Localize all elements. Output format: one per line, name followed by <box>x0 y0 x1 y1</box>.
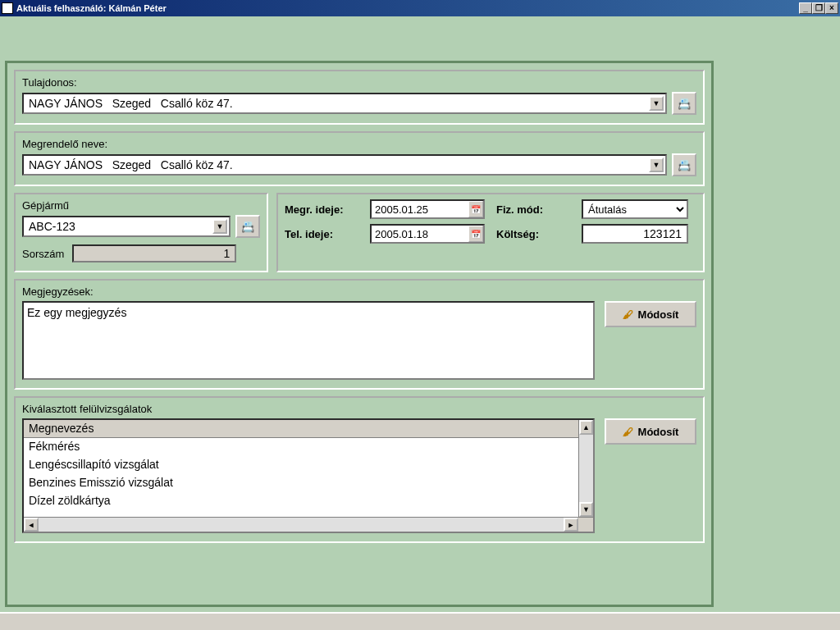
customer-panel: Megrendelő neve: ▼ 📇 <box>14 131 705 186</box>
hscrollbar[interactable]: ◄ ► <box>24 517 593 532</box>
scroll-corner <box>578 518 593 532</box>
delivery-date-input[interactable] <box>370 224 485 244</box>
notes-panel: Megjegyzések: Ez egy megjegyzés 🖌 Módosí… <box>14 279 705 390</box>
notes-textarea[interactable]: Ez egy megjegyzés <box>22 301 595 380</box>
vehicle-input[interactable] <box>24 217 229 235</box>
list-item[interactable]: Dízel zöldkártya <box>24 492 593 510</box>
lookup-icon: 📇 <box>241 221 254 233</box>
notes-modify-button[interactable]: 🖌 Módosít <box>605 301 696 327</box>
lookup-icon: 📇 <box>678 98 691 110</box>
scroll-down-icon[interactable]: ▼ <box>579 502 593 517</box>
list-item[interactable]: Lengéscsillapító vizsgálat <box>24 456 593 474</box>
vehicle-panel: Gépjármű ▼ 📇 Sorszám <box>14 193 268 272</box>
customer-lookup-button[interactable]: 📇 <box>672 153 696 176</box>
owner-label: Tulajdonos: <box>22 76 696 89</box>
payment-mode-label: Fiz. mód: <box>496 203 570 216</box>
close-button[interactable]: × <box>825 2 838 14</box>
payment-mode-select[interactable]: Átutalás <box>582 199 688 219</box>
notes-modify-label: Módosít <box>638 308 679 321</box>
inspections-list[interactable]: Megnevezés FékmérésLengéscsillapító vizs… <box>22 418 595 533</box>
window-titlebar: Aktuális felhasználó: Kálmán Péter _ ❐ × <box>0 0 840 16</box>
title-prefix: Aktuális felhasználó: Kálmán Péter <box>16 3 167 13</box>
restore-button[interactable]: ❐ <box>812 2 825 14</box>
order-date-label: Megr. ideje: <box>285 203 358 216</box>
order-date-picker-icon[interactable]: 📅 <box>468 201 483 217</box>
hscroll-track[interactable] <box>39 518 564 532</box>
customer-label: Megrendelő neve: <box>22 138 696 150</box>
vehicle-combo[interactable]: ▼ <box>22 216 231 237</box>
dates-panel: Megr. ideje: 📅 Fiz. mód: Átutalás Tel. i… <box>276 193 705 272</box>
owner-input[interactable] <box>24 94 665 112</box>
scroll-left-icon[interactable]: ◄ <box>24 518 39 532</box>
customer-input[interactable] <box>24 156 665 174</box>
vehicle-dropdown-icon[interactable]: ▼ <box>212 219 227 234</box>
customer-combo[interactable]: ▼ <box>22 154 667 176</box>
delivery-date-label: Tel. ideje: <box>285 228 358 240</box>
seq-value <box>72 244 236 262</box>
owner-panel: Tulajdonos: ▼ 📇 <box>14 70 705 125</box>
owner-lookup-button[interactable]: 📇 <box>672 92 696 115</box>
list-item[interactable]: Fékmérés <box>24 438 593 456</box>
seq-label: Sorszám <box>22 248 64 260</box>
delivery-date-picker-icon[interactable]: 📅 <box>468 226 483 242</box>
scroll-up-icon[interactable]: ▲ <box>579 420 593 435</box>
minimize-button[interactable]: _ <box>799 2 812 14</box>
owner-dropdown-icon[interactable]: ▼ <box>649 96 664 111</box>
vehicle-label: Gépjármű <box>22 199 260 212</box>
lookup-icon: 📇 <box>678 159 691 171</box>
inspections-modify-button[interactable]: 🖌 Módosít <box>605 418 696 445</box>
list-item[interactable]: Benzines Emisszió vizsgálat <box>24 474 593 492</box>
inspections-header[interactable]: Megnevezés <box>24 420 593 438</box>
modify-icon: 🖌 <box>623 308 633 321</box>
order-date-input[interactable] <box>370 199 485 219</box>
owner-combo[interactable]: ▼ <box>22 93 667 114</box>
vehicle-lookup-button[interactable]: 📇 <box>235 215 260 238</box>
vscrollbar[interactable]: ▲ ▼ <box>578 420 593 517</box>
inspections-modify-label: Módosít <box>638 426 679 438</box>
status-bar <box>0 612 840 630</box>
inspections-label: Kiválasztott felülvizsgálatok <box>22 403 696 415</box>
notes-label: Megjegyzések: <box>22 285 696 298</box>
app-icon <box>2 2 13 14</box>
cost-input[interactable] <box>582 224 688 244</box>
inspections-panel: Kiválasztott felülvizsgálatok Megnevezés… <box>14 396 705 543</box>
modify-icon: 🖌 <box>623 426 633 438</box>
scroll-right-icon[interactable]: ► <box>564 518 578 532</box>
cost-label: Költség: <box>496 228 570 240</box>
customer-dropdown-icon[interactable]: ▼ <box>649 158 664 172</box>
vscroll-track[interactable] <box>579 435 593 502</box>
